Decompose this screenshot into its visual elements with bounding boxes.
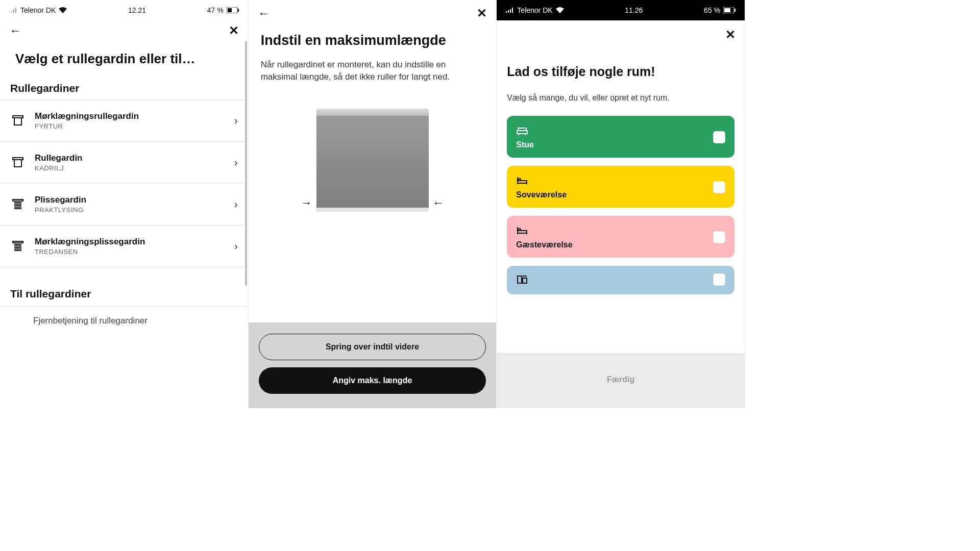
svg-rect-26 (512, 8, 513, 13)
sofa-icon (516, 125, 707, 136)
svg-rect-24 (508, 10, 509, 13)
svg-point-36 (519, 229, 521, 231)
battery-icon (227, 7, 239, 13)
svg-rect-29 (734, 9, 736, 12)
wifi-icon (59, 7, 67, 13)
blind-type-list: Mørklægningsrullegardin FYRTUR › Rullega… (0, 99, 248, 267)
chevron-right-icon: › (234, 240, 238, 252)
svg-rect-5 (228, 8, 232, 12)
room-card-list: Stue Soveværelse Gæstevære (507, 116, 734, 294)
list-item[interactable]: Rullegardin KADRILJ › (0, 142, 248, 184)
svg-rect-6 (238, 9, 239, 12)
blind-icon (10, 113, 26, 129)
item-subtitle: KADRILJ (35, 164, 225, 172)
item-subtitle: PRAKTLYSING (35, 206, 225, 214)
svg-rect-3 (15, 8, 16, 13)
bed-icon (516, 175, 707, 186)
svg-rect-8 (14, 118, 21, 125)
nav-row: ← ✕ (249, 0, 497, 23)
svg-rect-28 (724, 8, 730, 12)
page-title: Vælg et rullegardin eller til… (0, 41, 248, 82)
svg-rect-0 (9, 11, 10, 13)
room-checkbox[interactable] (713, 231, 725, 243)
svg-rect-2 (13, 9, 14, 13)
wifi-icon (556, 7, 564, 13)
svg-point-33 (519, 179, 521, 181)
page-description: Når rullegardinet er monteret, kan du in… (261, 59, 484, 83)
close-button[interactable]: ✕ (725, 29, 736, 41)
svg-rect-1 (11, 10, 12, 13)
skip-button[interactable]: Spring over indtil videre (259, 334, 486, 360)
close-button[interactable]: ✕ (477, 7, 487, 19)
pleated-blind-icon (10, 239, 26, 254)
footer-actions: Færdig (497, 353, 745, 408)
bed-icon (516, 225, 707, 236)
screen-add-rooms: Telenor DK 11.26 65 % ✕ Lad os tilføje n… (497, 0, 745, 408)
arrow-right-icon: → (301, 196, 312, 212)
item-title: Mørklægningsrullegardin (35, 111, 225, 121)
page-subtitle: Vælg så mange, du vil, eller opret et ny… (507, 93, 734, 103)
svg-rect-23 (506, 11, 507, 13)
svg-rect-11 (13, 199, 23, 201)
room-label: Soveværelse (516, 190, 707, 199)
item-title: Mørklægningsplissegardin (35, 237, 225, 247)
section-header-accessories: Til rullegardiner (0, 267, 248, 306)
pleated-blind-icon (10, 197, 26, 212)
screen-select-blind: Telenor DK 12.21 47 % ← ✕ Vælg et rulleg… (0, 0, 249, 408)
kitchen-icon (516, 274, 707, 285)
blind-icon (10, 155, 26, 170)
room-checkbox[interactable] (713, 273, 725, 286)
footer-actions: Spring over indtil videre Angiv maks. læ… (249, 322, 497, 408)
nav-row: ← ✕ (0, 20, 248, 41)
screen-set-max-length: ← ✕ Indstil en maksimumlængde Når rulleg… (249, 0, 497, 408)
scrollbar[interactable] (245, 41, 247, 286)
page-title: Indstil en maksimumlængde (261, 33, 484, 48)
carrier-label: Telenor DK (20, 6, 56, 14)
room-checkbox[interactable] (713, 131, 725, 143)
list-item[interactable]: Mørklægningsplissegardin TREDANSEN › (0, 226, 248, 267)
battery-label: 65 % (704, 6, 720, 14)
partial-list-item[interactable]: Fjernbetjening til rullegardiner (0, 306, 248, 326)
blind-illustration: → ← (301, 109, 444, 212)
list-item[interactable]: Mørklægningsrullegardin FYRTUR › (0, 99, 248, 142)
clock-label: 12.21 (128, 6, 146, 14)
carrier-label: Telenor DK (517, 6, 552, 14)
chevron-right-icon: › (234, 198, 238, 210)
clock-label: 11.26 (625, 6, 643, 14)
blind-graphic (316, 109, 429, 212)
page-title: Lad os tilføje nogle rum! (507, 64, 734, 79)
svg-rect-39 (523, 278, 527, 283)
back-button[interactable]: ← (9, 24, 21, 37)
room-label: Gæsteværelse (516, 240, 707, 249)
signal-icon (506, 8, 514, 13)
list-item[interactable]: Plissegardin PRAKTLYSING › (0, 184, 248, 226)
room-card-gaestevaerelse[interactable]: Gæsteværelse (507, 216, 734, 258)
back-button[interactable]: ← (258, 7, 270, 19)
signal-icon (9, 8, 17, 13)
room-card-sovevaerelse[interactable]: Soveværelse (507, 166, 734, 208)
item-title: Plissegardin (35, 195, 225, 205)
status-bar: Telenor DK 11.26 65 % (497, 0, 745, 20)
svg-rect-17 (13, 241, 23, 243)
svg-rect-38 (518, 276, 522, 283)
nav-row: ✕ (497, 20, 745, 45)
svg-rect-10 (14, 160, 21, 167)
item-subtitle: FYRTUR (35, 122, 225, 130)
svg-rect-25 (510, 9, 511, 13)
chevron-right-icon: › (234, 157, 238, 168)
arrow-left-icon: ← (433, 196, 444, 212)
battery-icon (723, 7, 736, 13)
room-checkbox[interactable] (713, 181, 725, 193)
section-header-blinds: Rullegardiner (0, 82, 248, 99)
set-max-length-button[interactable]: Angiv maks. længde (259, 367, 486, 394)
item-title: Rullegardin (35, 153, 225, 163)
chevron-right-icon: › (234, 115, 238, 127)
item-subtitle: TREDANSEN (35, 248, 225, 256)
room-card-stue[interactable]: Stue (507, 116, 734, 158)
room-card-partial[interactable] (507, 266, 734, 294)
status-bar: Telenor DK 12.21 47 % (0, 0, 248, 20)
done-button[interactable]: Færdig (507, 366, 734, 393)
battery-label: 47 % (207, 6, 224, 14)
close-button[interactable]: ✕ (229, 24, 239, 37)
room-label: Stue (516, 140, 707, 149)
